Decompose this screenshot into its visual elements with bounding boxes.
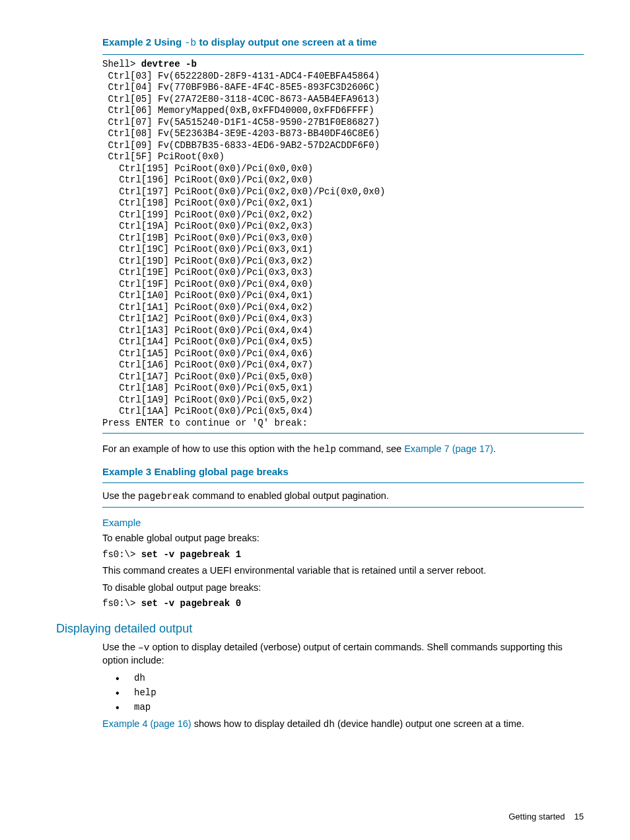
list-item: map	[116, 702, 584, 712]
detailed-bullets: dhhelpmap	[116, 673, 584, 712]
link-example7[interactable]: Example 7 (page 17)	[404, 443, 493, 454]
example2-code: Shell> devtree -b Ctrl[03] Fv(6522280D-2…	[102, 59, 584, 429]
example2-rule-top	[102, 54, 584, 55]
example2-heading-pre: Example 2 Using	[102, 36, 184, 48]
example2-prompt: Shell>	[102, 59, 141, 69]
detailed-ref: Example 4 (page 16) shows how to display…	[102, 718, 584, 732]
example3-heading: Example 3 Enabling global page breaks	[56, 466, 584, 477]
example3-rule-bottom	[102, 507, 584, 508]
example2-heading-post: to display output one screen at a time	[196, 36, 376, 48]
footer-label: Getting started	[508, 812, 565, 821]
page-footer: Getting started15	[508, 812, 584, 821]
list-item: dh	[116, 673, 584, 683]
example3-enable-code: fs0:\> set -v pagebreak 1	[102, 549, 584, 561]
example2-cmd: devtree -b	[141, 59, 197, 69]
example3-rule-top	[102, 482, 584, 483]
example3-enable-text: To enable global output page breaks:	[102, 532, 584, 545]
example3-sub: Example	[102, 517, 584, 528]
list-item: help	[116, 687, 584, 698]
example3-disable-text: To disable global output page breaks:	[102, 582, 584, 595]
example2-heading: Example 2 Using -b to display output one…	[56, 36, 584, 49]
example3-intro: Use the pagebreak command to enabled glo…	[102, 490, 584, 504]
para-help-ref: For an example of how to use this option…	[102, 443, 584, 457]
example2-output: Ctrl[03] Fv(6522280D-28F9-4131-ADC4-F40E…	[102, 71, 385, 428]
example3-retain-text: This command creates a UEFI environmenta…	[102, 564, 584, 578]
link-example4[interactable]: Example 4 (page 16)	[102, 718, 192, 729]
section-detailed-heading: Displaying detailed output	[56, 622, 584, 636]
example2-heading-mono: -b	[184, 38, 196, 49]
example3-disable-code: fs0:\> set -v pagebreak 0	[102, 598, 584, 610]
example2-rule-bottom	[102, 433, 584, 434]
detailed-intro: Use the –v option to display detailed (v…	[102, 641, 584, 668]
footer-page: 15	[575, 812, 584, 821]
